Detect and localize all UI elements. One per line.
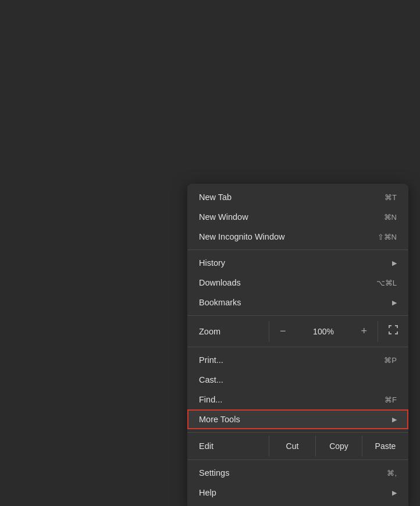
zoom-increase-button[interactable]: + — [350, 320, 378, 343]
menu-item-new-incognito-label: New Incognito Window — [199, 232, 285, 241]
menu-item-find-shortcut: ⌘F — [385, 395, 397, 404]
divider-4 — [187, 432, 408, 433]
zoom-row: Zoom − 100% + — [187, 319, 408, 344]
zoom-percent-value: 100% — [297, 322, 351, 341]
menu-item-find-label: Find... — [199, 395, 222, 404]
menu-item-new-incognito[interactable]: New Incognito Window ⇧⌘N — [187, 227, 408, 247]
menu-item-new-tab[interactable]: New Tab ⌘T — [187, 187, 408, 207]
divider-1 — [187, 250, 408, 250]
svg-rect-3 — [397, 325, 398, 328]
svg-rect-1 — [389, 325, 390, 328]
cut-button[interactable]: Cut — [269, 436, 315, 456]
menu-item-find[interactable]: Find... ⌘F — [187, 390, 408, 409]
menu-item-settings[interactable]: Settings ⌘, — [187, 463, 408, 483]
menu-item-more-tools-label: More Tools — [199, 415, 240, 424]
help-arrow-icon: ▶ — [392, 489, 397, 497]
zoom-label: Zoom — [187, 322, 269, 341]
menu-item-history[interactable]: History ▶ — [187, 253, 408, 273]
menu-item-settings-shortcut: ⌘, — [387, 469, 397, 478]
menu-item-downloads-label: Downloads — [199, 278, 241, 287]
menu-item-print-shortcut: ⌘P — [384, 356, 397, 365]
divider-2 — [187, 315, 408, 316]
zoom-decrease-button[interactable]: − — [269, 320, 297, 343]
edit-row: Edit Cut Copy Paste — [187, 436, 408, 457]
edit-label: Edit — [187, 436, 269, 456]
menu-item-downloads-shortcut: ⌥⌘L — [376, 279, 397, 287]
menu-item-new-window[interactable]: New Window ⌘N — [187, 207, 408, 227]
menu-item-new-incognito-shortcut: ⇧⌘N — [378, 233, 397, 241]
svg-rect-5 — [389, 332, 390, 334]
menu-item-print[interactable]: Print... ⌘P — [187, 350, 408, 370]
menu-item-more-tools[interactable]: More Tools ▶ — [187, 409, 408, 429]
divider-3 — [187, 347, 408, 347]
menu-item-help[interactable]: Help ▶ — [187, 483, 408, 503]
divider-5 — [187, 459, 408, 460]
menu-item-bookmarks-label: Bookmarks — [199, 298, 241, 307]
menu-item-new-window-label: New Window — [199, 212, 248, 222]
menu-item-help-label: Help — [199, 488, 216, 497]
menu-item-cast[interactable]: Cast... — [187, 370, 408, 390]
fullscreen-button[interactable] — [378, 319, 408, 344]
menu-item-new-tab-label: New Tab — [199, 193, 232, 202]
paste-button[interactable]: Paste — [362, 436, 408, 456]
menu-item-new-tab-shortcut: ⌘T — [385, 193, 397, 202]
menu-item-print-label: Print... — [199, 355, 223, 365]
copy-button[interactable]: Copy — [316, 436, 362, 456]
menu-item-cast-label: Cast... — [199, 375, 223, 384]
bookmarks-arrow-icon: ▶ — [392, 299, 397, 307]
menu-item-bookmarks[interactable]: Bookmarks ▶ — [187, 293, 408, 312]
chrome-menu: New Tab ⌘T New Window ⌘N New Incognito W… — [187, 184, 408, 506]
history-arrow-icon: ▶ — [392, 259, 397, 267]
menu-item-new-window-shortcut: ⌘N — [384, 213, 397, 222]
svg-rect-7 — [397, 332, 398, 334]
menu-item-history-label: History — [199, 258, 225, 268]
more-tools-arrow-icon: ▶ — [392, 416, 397, 423]
menu-item-settings-label: Settings — [199, 468, 229, 478]
menu-item-downloads[interactable]: Downloads ⌥⌘L — [187, 273, 408, 293]
